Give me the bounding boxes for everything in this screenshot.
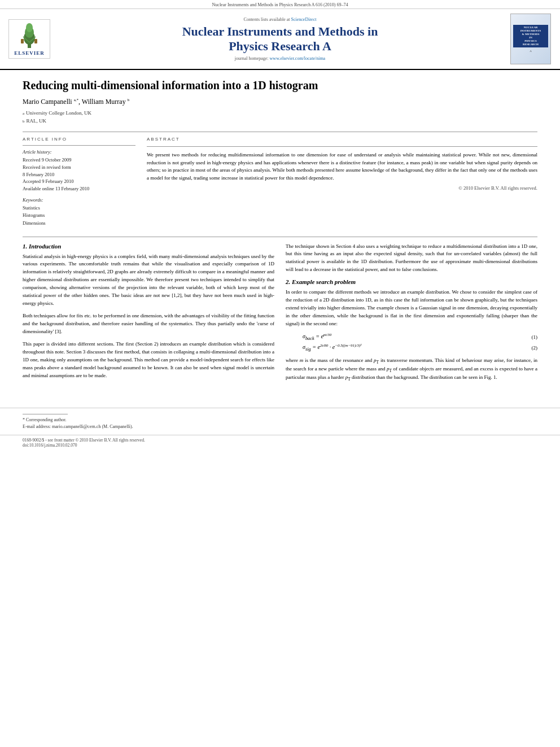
- article-info-col: ARTICLE INFO Article history: Received 9…: [23, 137, 135, 228]
- section2-para1: In order to compare the different method…: [286, 289, 537, 328]
- copyright-line: © 2010 Elsevier B.V. All rights reserved…: [147, 185, 537, 191]
- affil-text-a: University College London, UK: [26, 110, 91, 117]
- authors: Mario Campanelli a,*, William Murray b: [23, 98, 537, 106]
- separator-1: [23, 132, 537, 132]
- abstract-heading: ABSTRACT: [147, 137, 537, 142]
- keyword-dimensions: Dimensions: [23, 220, 135, 228]
- journal-thumb-header: NUCLEARINSTRUMENTS& METHODSINPHYSICSRESE…: [513, 25, 548, 47]
- footnote-corresponding: * Corresponding author.: [23, 417, 537, 423]
- formula1-exp: pt/30: [323, 333, 331, 337]
- section1-para1: Statistical analysis in high-energy phys…: [23, 253, 274, 308]
- footer-section: * Corresponding author. E-mail address: …: [0, 408, 560, 430]
- formula1-sub: back: [305, 336, 314, 341]
- section1-para3: This paper is divided into different sec…: [23, 340, 274, 380]
- formula1-text: σback = ept/30: [286, 333, 520, 341]
- bottom-bar-doi: doi:10.1016/j.nima.2010.02.070: [23, 443, 537, 448]
- homepage-link[interactable]: www.elsevier.com/locate/nima: [270, 56, 326, 61]
- author-sup-b: b: [128, 98, 130, 102]
- article-info-heading: ARTICLE INFO: [23, 137, 135, 142]
- elsevier-logo-icon: [13, 22, 46, 49]
- pt-sub2: T: [389, 368, 392, 373]
- abstract-text: We present two methods for reducing mult…: [147, 151, 537, 182]
- article-info-abstract-section: ARTICLE INFO Article history: Received 9…: [23, 137, 537, 228]
- article-history-online: Available online 13 February 2010: [23, 185, 135, 193]
- formula2-exp1: 2t/80: [320, 343, 328, 348]
- keywords-label: Keywords:: [23, 197, 135, 203]
- main-content: Reducing multi-dimensional information i…: [0, 70, 560, 396]
- article-info-separator: [23, 145, 135, 146]
- body-right-col: The technique shown in Section 4 also us…: [286, 243, 537, 387]
- section2-number: 2.: [286, 278, 292, 285]
- affiliation-b: b RAL, UK: [23, 117, 537, 125]
- article-history-label: Article history:: [23, 149, 135, 155]
- journal-title: Nuclear Instruments and Methods in Physi…: [182, 24, 378, 54]
- affil-sup-a: a: [23, 111, 24, 117]
- keyword-histograms: Histograms: [23, 212, 135, 220]
- article-title: Reducing multi-dimensional information i…: [23, 79, 537, 92]
- body-two-col: 1. Introduction Statistical analysis in …: [23, 243, 537, 387]
- pt-sub: T: [377, 359, 379, 364]
- article-history-revised-date: 8 February 2010: [23, 171, 135, 178]
- journal-header-left: ELSEVIER: [7, 14, 52, 64]
- formula2-exp2: −0.5((m−91)/3)²: [335, 343, 361, 348]
- section2-heading: Example search problem: [292, 278, 356, 285]
- journal-homepage: journal homepage: www.elsevier.com/locat…: [235, 56, 325, 61]
- formula2-row: σsig = e2t/80 · e−0.5((m−91)/3)² (2): [286, 343, 537, 352]
- affil-text-b: RAL, UK: [27, 117, 47, 125]
- section1-right-para1: The technique shown in Section 4 also us…: [286, 243, 537, 274]
- abstract-col: ABSTRACT We present two methods for redu…: [147, 137, 537, 228]
- author-sup-a: a,*: [74, 98, 78, 102]
- section2-title: 2. Example search problem: [286, 278, 537, 285]
- bottom-bar-left: 0168-9002/$ - see front matter © 2010 El…: [23, 438, 537, 443]
- article-history-accepted: Accepted 9 February 2010: [23, 178, 135, 185]
- section1-para2: Both techniques allow for fits etc. to b…: [23, 312, 274, 336]
- journal-header-right: NUCLEARINSTRUMENTS& METHODSINPHYSICSRESE…: [508, 14, 553, 64]
- pt-sub3: T: [348, 377, 351, 382]
- keyword-statistics: Statistics: [23, 204, 135, 212]
- elsevier-text: ELSEVIER: [11, 50, 47, 56]
- journal-thumb-body: A: [530, 50, 532, 54]
- body-left-col: 1. Introduction Statistical analysis in …: [23, 243, 274, 387]
- formula1-sigma: σback = ept/30: [303, 333, 331, 339]
- separator-2: [23, 237, 537, 237]
- journal-thumbnail: NUCLEARINSTRUMENTS& METHODSINPHYSICSRESE…: [510, 14, 551, 64]
- journal-header: ELSEVIER Contents lists available at Sci…: [0, 9, 560, 70]
- affiliations: a University College London, UK b RAL, U…: [23, 110, 537, 125]
- footnote-email: E-mail address: mario.campanelli@cern.ch…: [23, 423, 537, 430]
- section1-number: 1.: [23, 243, 29, 250]
- article-history-received: Received 9 October 2009: [23, 156, 135, 164]
- journal-top-bar-text: Nuclear Instruments and Methods in Physi…: [212, 2, 348, 7]
- sciencedirect-link[interactable]: ScienceDirect: [291, 17, 317, 22]
- formula2-sub: sig: [305, 347, 311, 352]
- page-container: Nuclear Instruments and Methods in Physi…: [0, 0, 560, 747]
- formula2-text: σsig = e2t/80 · e−0.5((m−91)/3)²: [286, 343, 520, 352]
- elsevier-logo-box: ELSEVIER: [8, 19, 50, 59]
- formula2-number: (2): [520, 345, 537, 351]
- journal-top-bar: Nuclear Instruments and Methods in Physi…: [0, 0, 560, 9]
- formula1-number: (1): [520, 334, 537, 340]
- m-variable: m: [300, 357, 304, 363]
- abstract-separator: [147, 146, 537, 147]
- svg-rect-5: [34, 39, 37, 43]
- page-bottom-bar: 0168-9002/$ - see front matter © 2010 El…: [0, 435, 560, 450]
- affil-sup-b: b: [23, 119, 25, 125]
- footnote-separator: [23, 414, 68, 414]
- article-history-revised-label: Received in revised form: [23, 164, 135, 171]
- formula1-row: σback = ept/30 (1): [286, 333, 537, 341]
- section1-heading: Introduction: [29, 243, 61, 250]
- section1-title: 1. Introduction: [23, 243, 274, 250]
- journal-header-center: Contents lists available at ScienceDirec…: [58, 14, 502, 64]
- section2-para2: where m is the mass of the resonance and…: [286, 357, 537, 383]
- affiliation-a: a University College London, UK: [23, 110, 537, 117]
- svg-point-3: [26, 23, 33, 32]
- contents-available: Contents lists available at ScienceDirec…: [244, 17, 317, 22]
- svg-rect-4: [21, 39, 24, 43]
- formula-section: σback = ept/30 (1) σsig = e2t/80 · e−0.5…: [286, 333, 537, 352]
